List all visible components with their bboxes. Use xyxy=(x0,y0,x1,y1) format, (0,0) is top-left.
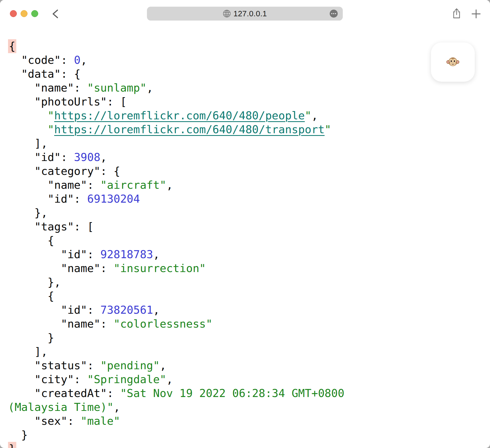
json-line: "tags": [ xyxy=(8,220,490,234)
json-token: "name": xyxy=(8,317,114,330)
brace-highlight: } xyxy=(8,442,16,448)
json-token: } xyxy=(8,331,54,344)
json-line: "id": 69130204 xyxy=(8,192,490,206)
json-token: , xyxy=(160,359,166,372)
number-token: 73820561 xyxy=(100,304,153,316)
json-line: "name": "insurrection" xyxy=(8,261,490,275)
json-line: "name": "sunlamp", xyxy=(8,81,490,95)
brace-highlight: { xyxy=(8,39,16,53)
json-line: { xyxy=(8,289,490,303)
json-line: } xyxy=(8,331,490,345)
json-token: } xyxy=(8,429,28,441)
json-token: "status": xyxy=(8,359,100,372)
number-token: 0 xyxy=(74,54,81,66)
json-line: "id": 3908, xyxy=(8,150,490,164)
json-token: "name": xyxy=(8,81,87,94)
string-token: " xyxy=(48,123,54,136)
json-token: "category": { xyxy=(8,165,120,178)
json-token: }, xyxy=(8,276,61,289)
string-token: " xyxy=(48,109,54,122)
json-line: "code": 0, xyxy=(8,53,490,67)
extension-icon-card[interactable] xyxy=(431,42,475,82)
url-link[interactable]: https://loremflickr.com/640/480/people xyxy=(54,109,305,122)
json-line: "city": "Springdale", xyxy=(8,372,490,386)
json-token: "id": xyxy=(8,304,100,316)
json-token xyxy=(8,109,48,122)
string-token: "male" xyxy=(81,415,120,427)
string-token: " xyxy=(325,123,331,136)
json-token: , xyxy=(114,401,120,414)
json-line: { xyxy=(8,39,490,53)
json-token: "id": xyxy=(8,151,74,164)
json-line: "name": "colorlessness" xyxy=(8,317,490,331)
json-line: }, xyxy=(8,275,490,289)
json-token: }, xyxy=(8,206,48,219)
json-token: , xyxy=(311,109,318,122)
json-token: "city": xyxy=(8,373,87,386)
address-bar[interactable]: 127.0.0.1 xyxy=(147,7,343,21)
string-token: "insurrection" xyxy=(114,262,206,275)
json-token: , xyxy=(166,179,173,191)
json-line: { xyxy=(8,234,490,247)
json-line: "id": 73820561, xyxy=(8,303,490,317)
zoom-window-button[interactable] xyxy=(31,10,38,17)
json-token: "name": xyxy=(8,179,100,191)
url-text: 127.0.0.1 xyxy=(234,9,267,18)
close-window-button[interactable] xyxy=(10,10,17,17)
share-button[interactable] xyxy=(453,8,461,19)
string-token: (Malaysia Time)" xyxy=(8,401,114,414)
json-token: , xyxy=(153,304,160,316)
json-line: ], xyxy=(8,136,490,150)
string-token: "aircraft" xyxy=(100,179,166,191)
json-line: "id": 92818783, xyxy=(8,247,490,261)
json-line: } xyxy=(8,442,490,448)
string-token: "colorlessness" xyxy=(114,317,212,330)
json-token: "code": xyxy=(8,54,74,66)
page-settings-button[interactable] xyxy=(330,10,338,18)
json-line: "https://loremflickr.com/640/480/transpo… xyxy=(8,123,490,136)
number-token: 92818783 xyxy=(100,248,153,261)
json-token: ], xyxy=(8,345,48,358)
number-token: 69130204 xyxy=(87,192,140,205)
json-token: , xyxy=(146,81,153,94)
json-token: "id": xyxy=(8,248,100,261)
json-token: "createdAt": xyxy=(8,387,120,400)
json-token: "name": xyxy=(8,262,114,275)
json-token: ], xyxy=(8,137,48,150)
string-token: "sunlamp" xyxy=(87,81,146,94)
back-button[interactable] xyxy=(52,9,59,18)
json-line: }, xyxy=(8,206,490,220)
string-token: "pending" xyxy=(100,359,160,372)
json-token: { xyxy=(8,234,54,247)
json-line: ], xyxy=(8,345,490,359)
minimize-window-button[interactable] xyxy=(21,10,28,17)
json-line: "data": { xyxy=(8,67,490,81)
monkey-face-icon xyxy=(446,56,460,69)
window-controls xyxy=(10,10,38,17)
json-token: , xyxy=(166,373,173,386)
json-line: "photoUrls": [ xyxy=(8,95,490,109)
browser-toolbar: 127.0.0.1 xyxy=(0,0,490,28)
json-token: "id": xyxy=(8,192,87,205)
json-token: , xyxy=(100,151,107,164)
new-tab-button[interactable] xyxy=(472,9,481,18)
number-token: 3908 xyxy=(74,151,100,164)
json-token: "sex": xyxy=(8,415,81,427)
json-token: "data": { xyxy=(8,68,81,80)
globe-icon xyxy=(223,10,231,18)
string-token: " xyxy=(305,109,312,122)
string-token: "Sat Nov 19 2022 06:28:34 GMT+0800 xyxy=(120,387,351,400)
browser-window: { "code": 0, "data": { "name": "sunlamp"… xyxy=(0,0,490,448)
json-token xyxy=(8,123,48,136)
json-token: , xyxy=(81,54,87,66)
json-line: "sex": "male" xyxy=(8,414,490,428)
json-line: "category": { xyxy=(8,164,490,178)
url-link[interactable]: https://loremflickr.com/640/480/transpor… xyxy=(54,123,325,136)
string-token: "Springdale" xyxy=(87,373,166,386)
json-token: "tags": [ xyxy=(8,220,94,233)
json-content: { "code": 0, "data": { "name": "sunlamp"… xyxy=(0,0,490,448)
json-line: (Malaysia Time)", xyxy=(8,400,490,414)
json-token: , xyxy=(153,248,160,261)
json-line: "name": "aircraft", xyxy=(8,178,490,192)
json-line: "https://loremflickr.com/640/480/people"… xyxy=(8,109,490,123)
